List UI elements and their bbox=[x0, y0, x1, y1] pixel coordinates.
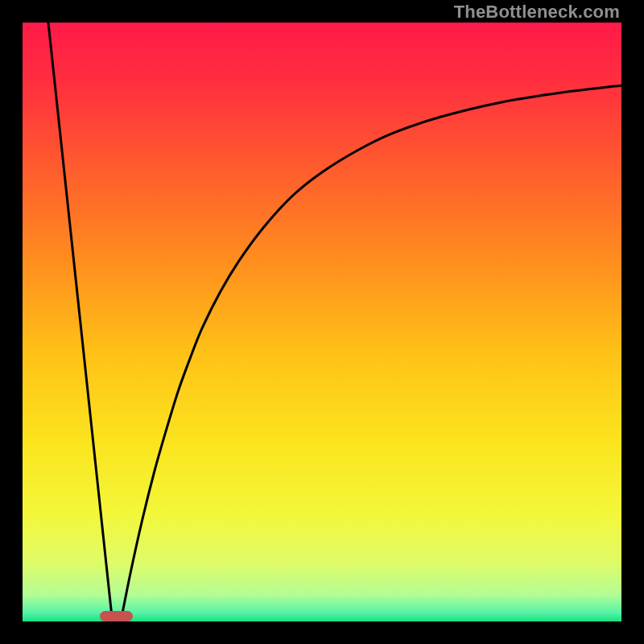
chart-frame: TheBottleneck.com bbox=[0, 0, 644, 644]
watermark-text: TheBottleneck.com bbox=[454, 2, 620, 23]
plot-area bbox=[23, 23, 621, 621]
frame-border-bottom bbox=[0, 621, 644, 644]
bottleneck-curve bbox=[23, 23, 621, 621]
optimum-marker bbox=[100, 611, 133, 621]
frame-border-right bbox=[621, 0, 644, 644]
frame-border-left bbox=[0, 0, 23, 644]
